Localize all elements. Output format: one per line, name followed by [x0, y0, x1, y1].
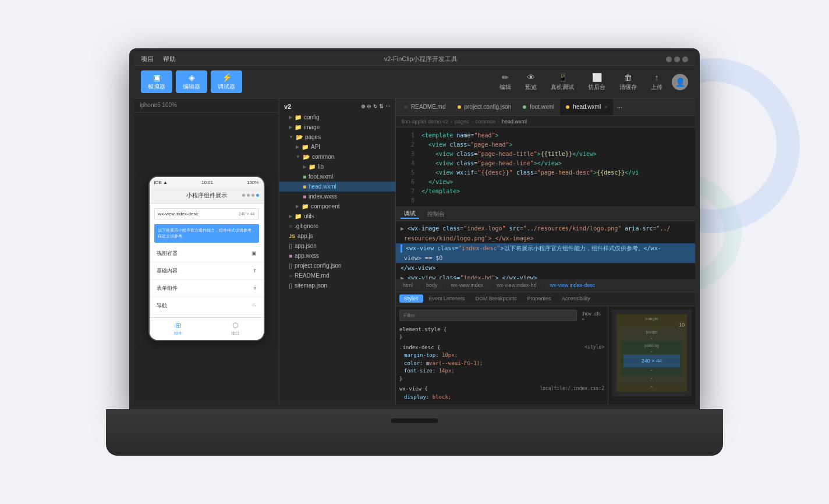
- debugger-label: 调试器: [218, 83, 235, 91]
- toolbar-background-btn[interactable]: ⬜ 切后台: [583, 70, 610, 94]
- device-frame: IDE ▲ 10:01 100% 小程序组件展示: [134, 112, 279, 404]
- style-tab-accessibility[interactable]: Accessibility: [557, 294, 595, 303]
- file-wxss-icon: ■: [303, 193, 306, 200]
- sel-html[interactable]: html: [401, 281, 415, 289]
- tree-icons: ⊕ ⊖ ↻ ⇅ ⋯: [361, 104, 391, 109]
- bottom-tab-console[interactable]: 控制台: [424, 210, 448, 218]
- tree-foot-wxml[interactable]: ■ foot.wxml: [279, 172, 395, 182]
- tree-common[interactable]: ▼ 📂 common: [279, 152, 395, 162]
- tab-more-btn[interactable]: ···: [613, 103, 626, 111]
- nav-item-component[interactable]: ⊞ 组件: [150, 318, 207, 340]
- bottom-tab-debug[interactable]: 调试: [401, 210, 419, 219]
- tab-foot-wxml[interactable]: foot.wxml: [517, 99, 560, 115]
- toolbar-debugger-btn[interactable]: ⚡ 调试器: [211, 70, 242, 93]
- tree-index-wxss[interactable]: ■ index.wxss: [279, 191, 395, 201]
- sel-body[interactable]: body: [424, 281, 440, 289]
- tree-component[interactable]: ▶ 📁 component: [279, 201, 395, 211]
- maximize-button[interactable]: [674, 56, 680, 62]
- tree-pages[interactable]: ▼ 📂 pages: [279, 132, 395, 142]
- code-editor[interactable]: 1 <template name="head"> 2 <view class="…: [396, 127, 695, 207]
- laptop-frame: 项目 帮助 v2-FinClip小程序开发工具 ▣ 模拟器 ◈: [106, 48, 723, 456]
- menu-item-2[interactable]: 表单组件 ≡: [150, 280, 264, 297]
- style-tab-styles[interactable]: Styles: [399, 294, 423, 303]
- toolbar-edit-btn[interactable]: ✏ 编辑: [495, 70, 516, 94]
- tab-head-icon: [566, 105, 569, 109]
- html-line-3: <wx-view class="index-desc">以下将展示小程序官方组件…: [396, 243, 695, 253]
- close-button[interactable]: [682, 56, 688, 62]
- tree-app-wxss-label: app.wxss: [295, 253, 319, 259]
- style-props-2: display: block;: [399, 393, 604, 402]
- box-margin-top-val: 10: [619, 322, 685, 328]
- toolbar-simulator-btn[interactable]: ▣ 模拟器: [141, 70, 172, 93]
- menu-item-3[interactable]: 导航 ···: [150, 297, 264, 315]
- device-title-bar: 小程序组件展示: [150, 187, 264, 204]
- tree-lib[interactable]: ▶ 📁 lib: [279, 162, 395, 172]
- tree-project-config[interactable]: {} project.config.json: [279, 261, 395, 271]
- sel-sep-2: ›: [489, 282, 491, 288]
- tree-config-label: config: [304, 114, 320, 120]
- menu-item-1[interactable]: 基础内容 T: [150, 262, 264, 280]
- tree-app-json-label: app.json: [295, 243, 317, 249]
- menu-item-project[interactable]: 项目: [141, 55, 154, 63]
- menu-item-3-icon: ···: [252, 303, 257, 308]
- minimize-button[interactable]: [666, 56, 672, 62]
- style-tab-properties[interactable]: Properties: [523, 294, 556, 303]
- code-line-7: 7 </template>: [396, 187, 695, 196]
- tab-head-close[interactable]: ×: [604, 104, 607, 110]
- tree-app-wxss[interactable]: ■ app.wxss: [279, 251, 395, 261]
- menu-item-help[interactable]: 帮助: [163, 55, 176, 63]
- tree-index-wxss-label: index.wxss: [309, 193, 337, 200]
- tree-image[interactable]: ▶ 📁 image: [279, 122, 395, 132]
- tree-api[interactable]: ▶ 📁 API: [279, 142, 395, 152]
- tab-foot-wxml-label: foot.wxml: [530, 104, 554, 110]
- style-tab-event-listeners[interactable]: Event Listeners: [424, 294, 470, 303]
- html-indicator: [401, 244, 402, 253]
- tree-app-js[interactable]: JS app.js: [279, 231, 395, 241]
- html-line-4: view> == $0: [396, 253, 695, 263]
- tree-utils[interactable]: ▶ 📁 utils: [279, 211, 395, 221]
- device-nav: ⊞ 组件 ⬡ 接口: [150, 317, 264, 340]
- file-js-icon: JS: [289, 233, 295, 239]
- breadcrumb-sep-2: ›: [498, 119, 499, 125]
- tree-head-wxml[interactable]: ■ head.wxml: [279, 182, 395, 191]
- chevron-image: ▶: [289, 125, 292, 130]
- menu-item-0[interactable]: 视图容器 ▣: [150, 245, 264, 262]
- tab-readme[interactable]: ○ README.md: [398, 99, 452, 115]
- tree-config[interactable]: ▶ 📁 config: [279, 112, 395, 122]
- box-margin: margin 10 border - padding -: [617, 314, 687, 392]
- tab-readme-label: README.md: [411, 104, 445, 110]
- device-title-dots: [242, 194, 259, 197]
- toolbar-upload-btn[interactable]: ↑ 上传: [646, 70, 667, 94]
- line-num-2: 2: [401, 140, 414, 150]
- sel-sep-3: ›: [543, 282, 544, 288]
- sel-index[interactable]: wx-view.index: [449, 281, 486, 289]
- filter-row: :hov .cls +: [399, 310, 604, 324]
- tree-app-json[interactable]: {} app.json: [279, 241, 395, 251]
- tree-sitemap[interactable]: {} sitemap.json: [279, 281, 395, 290]
- toolbar-device-debug-btn[interactable]: 📱 真机调试: [546, 70, 579, 94]
- tab-head-wxml[interactable]: head.wxml ×: [560, 99, 613, 115]
- html-triangle-1: ▶: [401, 224, 404, 233]
- toolbar-clear-cache-btn[interactable]: 🗑 清缓存: [615, 70, 642, 94]
- code-line-5: 5 <view wx:if="{{desc}}" class="page-hea…: [396, 168, 695, 178]
- file-readme-icon: ○: [289, 272, 292, 279]
- toolbar-editor-btn[interactable]: ◈ 编辑器: [176, 70, 207, 93]
- tab-project-config[interactable]: project.config.json: [452, 99, 518, 115]
- menu-item-3-label: 导航: [157, 302, 167, 310]
- nav-item-interface[interactable]: ⬡ 接口: [207, 318, 264, 340]
- tree-readme[interactable]: ○ README.md: [279, 271, 395, 281]
- style-tab-dom-breakpoints[interactable]: DOM Breakpoints: [471, 294, 522, 303]
- sel-index-desc[interactable]: wx-view.index-desc: [548, 281, 598, 289]
- styles-filter-input[interactable]: [399, 310, 577, 321]
- toolbar-preview-btn[interactable]: 👁 预览: [520, 70, 541, 94]
- editor-icon: ◈: [189, 73, 195, 82]
- style-rule-2-header: wx-view { localfile:/.index.css:2: [399, 385, 604, 393]
- chevron-api: ▶: [296, 144, 299, 150]
- line-num-8: 8: [401, 196, 414, 205]
- tree-readme-label: README.md: [295, 272, 329, 279]
- editor-content[interactable]: 1 <template name="head"> 2 <view class="…: [396, 127, 695, 207]
- tree-gitignore[interactable]: ○ .gitignore: [279, 221, 395, 231]
- tree-gitignore-label: .gitignore: [295, 223, 318, 229]
- toolbar-right: ✏ 编辑 👁 预览 📱 真机调试 ⬜ 切后台: [495, 70, 688, 94]
- sel-index-hd[interactable]: wx-view.index-hd: [494, 281, 539, 289]
